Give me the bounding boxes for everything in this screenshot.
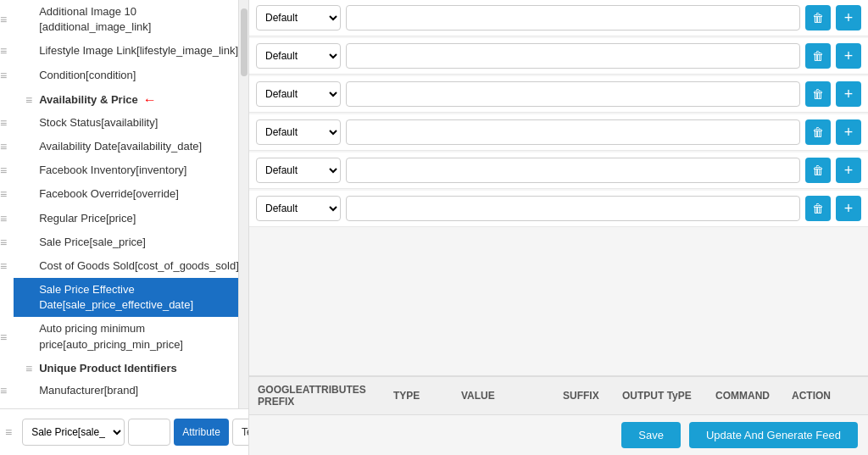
drag-handle-regular-price[interactable]: ≡ bbox=[0, 212, 7, 225]
trash-icon-2: 🗑 bbox=[812, 49, 824, 63]
attribute-button[interactable]: Attribute bbox=[174, 419, 229, 446]
value-field-6[interactable] bbox=[346, 196, 800, 221]
delete-button-6[interactable]: 🗑 bbox=[805, 196, 831, 221]
list-scrollbar[interactable] bbox=[238, 0, 248, 408]
default-select-2[interactable]: Default bbox=[256, 43, 341, 69]
value-field-2[interactable] bbox=[346, 43, 800, 69]
drag-handle-sale-price[interactable]: ≡ bbox=[0, 236, 7, 249]
list-item-label: Facebook Override[override] bbox=[39, 186, 179, 202]
list-item-gtin[interactable]: GTIN[gtin] bbox=[14, 402, 96, 408]
default-select-1[interactable]: Default bbox=[256, 5, 341, 31]
list-row-regular-price: ≡ Regular Price[price] bbox=[0, 207, 248, 230]
list-item-auto-pricing-min[interactable]: Auto pricing minimum price[auto_pricing_… bbox=[14, 317, 248, 356]
drag-handle-facebook-inventory[interactable]: ≡ bbox=[0, 164, 7, 177]
drag-handle-cost-of-goods[interactable]: ≡ bbox=[0, 259, 7, 273]
drag-handle-facebook-override[interactable]: ≡ bbox=[0, 187, 7, 201]
list-item-availability-date[interactable]: Availability Date[availability_date] bbox=[14, 135, 209, 158]
default-select-6[interactable]: Default bbox=[256, 196, 341, 221]
list-item-cost-of-goods[interactable]: Cost of Goods Sold[cost_of_goods_sold] bbox=[14, 254, 246, 278]
list-row-sale-price: ≡ Sale Price[sale_price] bbox=[0, 230, 248, 254]
add-button-4[interactable]: + bbox=[836, 119, 861, 145]
delete-button-2[interactable]: 🗑 bbox=[805, 43, 831, 69]
save-button[interactable]: Save bbox=[621, 422, 681, 448]
plus-icon-5: + bbox=[844, 162, 854, 180]
add-button-2[interactable]: + bbox=[836, 43, 861, 69]
trash-icon-3: 🗑 bbox=[812, 87, 824, 101]
value-field-4[interactable] bbox=[346, 119, 800, 145]
drag-handle-auto-pricing-min[interactable]: ≡ bbox=[0, 330, 7, 344]
drag-handle-availability-date[interactable]: ≡ bbox=[0, 140, 7, 153]
trash-icon-1: 🗑 bbox=[812, 11, 824, 25]
list-row-availability-date: ≡ Availability Date[availability_date] bbox=[0, 135, 248, 158]
attribute-row-4: Default 🗑 + bbox=[249, 114, 868, 151]
add-button-1[interactable]: + bbox=[836, 5, 861, 31]
drag-handle-sale-price-effective-date[interactable]: ≡ bbox=[0, 291, 7, 304]
th-action: ACTION bbox=[792, 390, 860, 402]
value-field-1[interactable] bbox=[346, 5, 800, 31]
drag-handle-section-unique[interactable]: ≡ bbox=[25, 362, 32, 375]
scrollbar-thumb[interactable] bbox=[241, 8, 248, 76]
delete-button-4[interactable]: 🗑 bbox=[805, 119, 831, 145]
attribute-row-1: Default 🗑 + bbox=[249, 0, 868, 36]
bottom-row: ≡ Sale Price[sale_ Attribute Text Select… bbox=[0, 408, 248, 455]
list-item-facebook-override[interactable]: Facebook Override[override] bbox=[14, 182, 186, 206]
trash-icon-6: 🗑 bbox=[812, 202, 824, 215]
th-prefix: GOOGLEATTRIBUTES PREFIX bbox=[258, 384, 393, 408]
value-field-5[interactable] bbox=[346, 158, 800, 183]
list-item-label: Condition[condition] bbox=[39, 68, 136, 83]
default-select-3[interactable]: Default bbox=[256, 81, 341, 107]
attribute-row-6: Default 🗑 + bbox=[249, 191, 868, 227]
delete-button-3[interactable]: 🗑 bbox=[805, 81, 831, 107]
suffix-input[interactable] bbox=[128, 419, 170, 446]
list-item-label: Regular Price[price] bbox=[39, 211, 136, 226]
list-item-manufacturer[interactable]: Manufacturer[brand] bbox=[14, 379, 145, 402]
add-button-6[interactable]: + bbox=[836, 196, 861, 221]
default-select-4[interactable]: Default bbox=[256, 119, 341, 145]
drag-handle-additional-image-10[interactable]: ≡ bbox=[0, 13, 7, 26]
drag-handle-bottom-row[interactable]: ≡ bbox=[5, 425, 12, 439]
update-generate-feed-button[interactable]: Update And Generate Feed bbox=[689, 422, 858, 448]
attribute-row-2: Default 🗑 + bbox=[249, 38, 868, 75]
list-item-label: Stock Status[availability] bbox=[39, 115, 158, 130]
add-button-3[interactable]: + bbox=[836, 81, 861, 107]
list-row-sale-price-effective-date: ≡ Sale Price Effective Date[sale_price_e… bbox=[0, 278, 248, 317]
list-item-stock-status[interactable]: Stock Status[availability] bbox=[14, 111, 164, 135]
th-type: TYPE bbox=[393, 390, 461, 402]
plus-icon-1: + bbox=[844, 9, 854, 27]
list-item-label: Sale Price[sale_price] bbox=[39, 235, 146, 250]
list-row-condition: ≡ Condition[condition] bbox=[0, 64, 248, 87]
list-row-additional-image-10: ≡ Additional Image 10 [additional_image_… bbox=[0, 0, 248, 39]
drag-handle-manufacturer[interactable]: ≡ bbox=[0, 384, 7, 397]
list-item-lifestyle-image-link[interactable]: Lifestyle Image Link[lifestyle_image_lin… bbox=[14, 39, 245, 63]
drag-handle-condition[interactable]: ≡ bbox=[0, 69, 7, 82]
delete-button-5[interactable]: 🗑 bbox=[805, 158, 831, 183]
section-header-label: Availability & Price bbox=[39, 93, 138, 106]
list-item-label: Additional Image 10 [additional_image_li… bbox=[39, 4, 242, 35]
text-button[interactable]: Text bbox=[232, 419, 249, 446]
delete-button-1[interactable]: 🗑 bbox=[805, 5, 831, 31]
drag-handle-stock-status[interactable]: ≡ bbox=[0, 116, 7, 130]
list-item-facebook-inventory[interactable]: Facebook Inventory[inventory] bbox=[14, 158, 193, 182]
list-item-sale-price[interactable]: Sale Price[sale_price] bbox=[14, 230, 153, 254]
th-command: COMMAND bbox=[715, 390, 792, 402]
list-item-condition[interactable]: Condition[condition] bbox=[14, 64, 142, 87]
list-item-sale-price-effective-date[interactable]: Sale Price Effective Date[sale_price_eff… bbox=[14, 278, 248, 317]
drag-handle-lifestyle-image-link[interactable]: ≡ bbox=[0, 44, 7, 58]
list-row-stock-status: ≡ Stock Status[availability] bbox=[0, 111, 248, 135]
default-select-5[interactable]: Default bbox=[256, 158, 341, 183]
list-item-additional-image-10[interactable]: Additional Image 10 [additional_image_li… bbox=[14, 0, 248, 39]
attribute-rows: Default 🗑 + Default 🗑 bbox=[249, 0, 868, 375]
plus-icon-3: + bbox=[844, 86, 854, 103]
attribute-row-3: Default 🗑 + bbox=[249, 76, 868, 113]
list-item-label: Auto pricing minimum price[auto_pricing_… bbox=[39, 321, 242, 352]
plus-icon-4: + bbox=[844, 124, 854, 141]
drag-handle-section-availability[interactable]: ≡ bbox=[25, 93, 32, 107]
sale-price-dropdown[interactable]: Sale Price[sale_ bbox=[22, 419, 125, 446]
list-row-gtin: ≡ GTIN[gtin] bbox=[0, 402, 248, 408]
th-value: VALUE bbox=[461, 390, 563, 402]
list-item-regular-price[interactable]: Regular Price[price] bbox=[14, 207, 142, 230]
list-item-label: Availability Date[availability_date] bbox=[39, 139, 202, 154]
add-button-5[interactable]: + bbox=[836, 158, 861, 183]
value-field-3[interactable] bbox=[346, 81, 800, 107]
attribute-list-scroll[interactable]: ≡ Additional Image 10 [additional_image_… bbox=[0, 0, 248, 408]
